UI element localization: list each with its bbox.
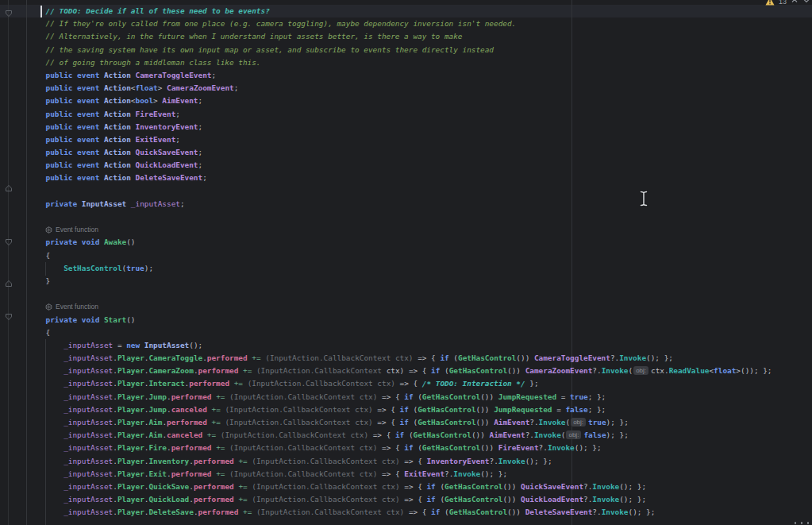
- code-line[interactable]: [0, 210, 772, 223]
- code-line[interactable]: [0, 288, 772, 300]
- parameter-name-hint[interactable]: obj:: [633, 366, 648, 375]
- code-line[interactable]: {: [0, 249, 772, 262]
- warning-icon: [765, 0, 775, 7]
- code-line[interactable]: // the saving system have its own input …: [0, 44, 772, 56]
- code-line[interactable]: private InputAsset _inputAsset;: [0, 198, 772, 210]
- parameter-name-hint[interactable]: obj:: [571, 418, 586, 427]
- code-line[interactable]: _inputAsset.Player.Exit.performed += (In…: [0, 468, 772, 481]
- code-editor: // TODO: Decide if all of these need to …: [0, 0, 812, 525]
- code-line[interactable]: public event Action CameraToggleEvent;: [0, 69, 772, 82]
- code-line[interactable]: _inputAsset.Player.CameraZoom.performed …: [0, 365, 772, 377]
- text-caret: [40, 6, 42, 17]
- code-line[interactable]: // of going through a middleman class li…: [0, 56, 772, 69]
- fold-region-start-icon[interactable]: [5, 6, 13, 21]
- code-line[interactable]: public event Action FireEvent;: [0, 108, 772, 121]
- code-line[interactable]: _inputAsset.Player.Aim.canceled += (Inpu…: [0, 429, 772, 442]
- code-line[interactable]: _inputAsset.Player.DeleteSave.performed …: [0, 506, 772, 519]
- code-line[interactable]: _inputAsset.Player.QuickLoad.performed +…: [0, 493, 772, 506]
- warning-count: 13: [779, 0, 787, 6]
- code-line[interactable]: _inputAsset.Player.Inventory.performed +…: [0, 455, 772, 468]
- code-line[interactable]: _inputAsset = new InputAsset();: [0, 339, 772, 352]
- fold-region-end-icon[interactable]: [5, 276, 13, 291]
- code-line[interactable]: _inputAsset.Player.QuickSave.performed +…: [0, 481, 772, 493]
- inlay-hint-label[interactable]: Event function: [56, 300, 98, 313]
- unity-icon: [45, 303, 52, 311]
- code-line[interactable]: public event Action QuickSaveEvent;: [0, 146, 772, 159]
- code-line[interactable]: public event Action ExitEvent;: [0, 133, 772, 146]
- code-line[interactable]: [0, 185, 772, 198]
- code-line[interactable]: // Alternatively, in the future when I u…: [0, 30, 772, 43]
- code-line[interactable]: public event Action<bool> AimEvent;: [0, 95, 772, 107]
- prev-problem-icon[interactable]: [791, 0, 799, 6]
- fold-region-end-icon[interactable]: [5, 180, 13, 195]
- code-line[interactable]: public event Action QuickLoadEvent;: [0, 159, 772, 172]
- code-line[interactable]: public event Action<float> CameraZoomEve…: [0, 82, 772, 95]
- code-line[interactable]: public event Action DeleteSaveEvent;: [0, 172, 772, 184]
- code-line[interactable]: _inputAsset.Player.CameraToggle.performe…: [0, 352, 772, 365]
- code-line[interactable]: }: [0, 275, 772, 288]
- unity-icon: [45, 226, 52, 234]
- inspections-widget[interactable]: 13: [765, 0, 810, 7]
- code-line[interactable]: _inputAsset.Player.Fire.performed += (In…: [0, 442, 772, 454]
- code-line[interactable]: public event Action InventoryEvent;: [0, 121, 772, 133]
- scrollbar-marks: [795, 522, 809, 524]
- code-line[interactable]: // If they're only called from one place…: [0, 17, 772, 30]
- code-line[interactable]: private void Start(): [0, 314, 772, 326]
- parameter-name-hint[interactable]: obj:: [566, 430, 581, 439]
- code-line[interactable]: _inputAsset.Player.Jump.canceled += (Inp…: [0, 403, 772, 416]
- code-line[interactable]: private void Awake(): [0, 236, 772, 249]
- inlay-hint-line[interactable]: Event function: [0, 223, 772, 236]
- inlay-hint-label[interactable]: Event function: [56, 223, 98, 236]
- code-line[interactable]: {: [0, 326, 772, 339]
- ibeam-cursor-icon: [639, 190, 648, 210]
- code-line[interactable]: // TODO: Decide if all of these need to …: [0, 5, 772, 17]
- code-area[interactable]: // TODO: Decide if all of these need to …: [0, 5, 772, 519]
- fold-region-start-icon[interactable]: [5, 309, 13, 324]
- next-problem-icon[interactable]: [802, 0, 810, 6]
- code-line[interactable]: _inputAsset.Player.Interact.performed +=…: [0, 377, 772, 390]
- code-line[interactable]: _inputAsset.Player.Jump.performed += (In…: [0, 391, 772, 403]
- inlay-hint-line[interactable]: Event function: [0, 300, 772, 313]
- code-line[interactable]: _inputAsset.Player.Aim.performed += (Inp…: [0, 416, 772, 429]
- code-line[interactable]: SetHasControl(true);: [0, 262, 772, 275]
- fold-region-start-icon[interactable]: [5, 234, 13, 249]
